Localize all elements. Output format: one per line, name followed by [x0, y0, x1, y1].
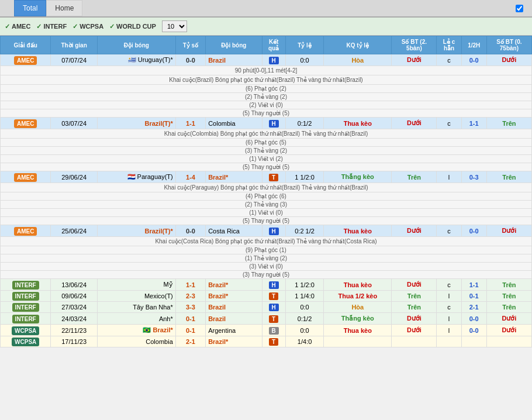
wcpsa-check-icon: ✓ [72, 23, 78, 30]
filter-bar: ✓ AMEC ✓ INTERF ✓ WCPSA ✓ WORLD CUP 10 2… [0, 18, 532, 36]
score-cell: 0-0 [175, 225, 205, 237]
ratio-cell: 1 1/2:0 [285, 279, 323, 291]
result-badge: H [269, 228, 279, 235]
worldcup-label: WORLD CUP [116, 23, 156, 30]
col-so-bt-075: Số BT (0.75bàn) [486, 36, 531, 54]
table-row: AMEC 29/06/24 🇵🇾 Paraguay(T) 1-4 Brazil*… [1, 171, 532, 183]
date-cell: 07/07/24 [51, 54, 98, 66]
detail-row: (9) Phạt góc (1) [1, 246, 532, 254]
team1-cell[interactable]: Tây Ban Nha* [97, 302, 175, 313]
team1-cell[interactable]: Mexico(T) [97, 291, 175, 302]
wcpsa-label: WCPSA [80, 23, 103, 30]
half-cell: 0-0 [461, 325, 486, 336]
team2-cell[interactable]: Brazil* [206, 336, 262, 347]
ratio-cell: 1 1/4:0 [285, 291, 323, 302]
interf-filter[interactable]: ✓ INTERF [36, 23, 67, 30]
detail-row: (2) Thẻ vàng (3) [1, 201, 532, 209]
team1-cell[interactable]: Anh* [97, 313, 175, 325]
team2-cell[interactable]: Costa Rica [206, 225, 262, 237]
col-so-bt-25: Số BT (2.5bàn) [392, 36, 437, 54]
date-cell: 09/06/24 [51, 291, 98, 302]
kq-ratio-cell: Hòa [324, 302, 392, 313]
le-chan-cell: c [437, 54, 461, 66]
show-notes-checkbox[interactable] [516, 5, 523, 12]
amec-filter[interactable]: ✓ AMEC [5, 23, 30, 30]
table-row: INTERF 27/03/24 Tây Ban Nha* 3-3 Brazil … [1, 302, 532, 313]
kq-ratio-cell: Thua kèo [324, 325, 392, 336]
competition-badge: INTERF [12, 303, 39, 312]
table-row: AMEC 25/06/24 Brazil(T)* 0-0 Costa Rica … [1, 225, 532, 237]
result-cell: T [262, 313, 285, 325]
so-bt-25-cell: Dưới [392, 118, 437, 129]
table-row: AMEC 03/07/24 Brazil(T)* 1-1 Colombia H … [1, 118, 532, 129]
wcpsa-filter[interactable]: ✓ WCPSA [72, 23, 103, 30]
team2-cell[interactable]: Brazil* [206, 291, 262, 302]
date-cell: 22/11/23 [51, 325, 98, 336]
so-bt-25-cell: Trên [392, 302, 437, 313]
date-cell: 13/06/24 [51, 279, 98, 291]
team1-cell[interactable]: Brazil(T)* [97, 225, 175, 237]
ratio-cell: 0:2 1/2 [285, 225, 323, 237]
match-count-dropdown[interactable]: 10 20 50 [162, 20, 187, 32]
so-bt-25-cell: Trên [392, 291, 437, 302]
half-cell: 0-0 [461, 313, 486, 325]
col-kq-ratio: KQ tỷ lệ [324, 36, 392, 54]
team1-cell[interactable]: 🇵🇾 Paraguay(T) [97, 171, 175, 183]
tab-total[interactable]: Total [14, 0, 46, 16]
team2-cell[interactable]: Brazil* [206, 171, 262, 183]
competition-badge: WCPSA [12, 326, 39, 335]
tab-home[interactable]: Home [46, 0, 82, 16]
result-badge: H [269, 120, 279, 128]
score-cell: 1-4 [175, 171, 205, 183]
half-cell [461, 336, 486, 347]
so-bt-25-cell [392, 336, 437, 347]
le-chan-cell: l [437, 313, 461, 325]
ratio-cell: 1 1/2:0 [285, 171, 323, 183]
interf-check-icon: ✓ [36, 23, 42, 30]
team1-cell[interactable]: Colombia [97, 336, 175, 347]
kq-ratio-cell [324, 336, 392, 347]
team2-cell[interactable]: Brazil [206, 54, 262, 66]
half-cell: 1-1 [461, 118, 486, 129]
detail-row: (5) Thay người (5) [1, 163, 532, 171]
result-cell: B [262, 325, 285, 336]
result-badge: T [269, 292, 278, 300]
ratio-cell: 0:1/2 [285, 118, 323, 129]
result-badge: H [269, 281, 279, 289]
worldcup-filter[interactable]: ✓ WORLD CUP [109, 23, 156, 30]
result-cell: H [262, 302, 285, 313]
so-bt-075-cell: Dưới [486, 54, 531, 66]
score-cell: 3-3 [175, 302, 205, 313]
competition-cell: INTERF [1, 313, 51, 325]
team2-cell[interactable]: Argentina [206, 325, 262, 336]
result-badge: H [269, 304, 279, 311]
team1-cell[interactable]: 🇧🇷 Brazil* [97, 325, 175, 336]
result-cell: H [262, 279, 285, 291]
team2-cell[interactable]: Colombia [206, 118, 262, 129]
so-bt-075-cell: Trên [486, 279, 531, 291]
team1-cell[interactable]: Brazil(T)* [97, 118, 175, 129]
team2-cell[interactable]: Brazil [206, 302, 262, 313]
show-notes[interactable] [510, 2, 532, 15]
ratio-cell: 0:0 [285, 325, 323, 336]
ratio-cell: 0:1/2 [285, 313, 323, 325]
detail-row: (5) Thay người (5) [1, 217, 532, 225]
team1-cell[interactable]: Mỹ [97, 279, 175, 291]
so-bt-25-cell: Dưới [392, 225, 437, 237]
amec-check-icon: ✓ [5, 23, 10, 30]
detail-row: (2) Thẻ vàng (2) [1, 93, 532, 101]
so-bt-075-cell: Dưới [486, 313, 531, 325]
col-score: Tỷ số [175, 36, 205, 54]
team2-cell[interactable]: Brazil* [206, 279, 262, 291]
table-row: INTERF 09/06/24 Mexico(T) 2-3 Brazil* T … [1, 291, 532, 302]
match-count-select[interactable]: 10 20 50 [162, 20, 189, 32]
competition-cell: INTERF [1, 302, 51, 313]
col-competition: Giải đấu [1, 36, 51, 54]
team2-cell[interactable]: Brazil [206, 313, 262, 325]
score-cell: 2-1 [175, 336, 205, 347]
ratio-cell: 0:0 [285, 54, 323, 66]
ratio-cell: 0:0 [285, 302, 323, 313]
table-row: INTERF 24/03/24 Anh* 0-1 Brazil T 0:1/2 … [1, 313, 532, 325]
date-cell: 29/06/24 [51, 171, 98, 183]
team1-cell[interactable]: 🇺🇾 Uruguay(T)* [97, 54, 175, 66]
